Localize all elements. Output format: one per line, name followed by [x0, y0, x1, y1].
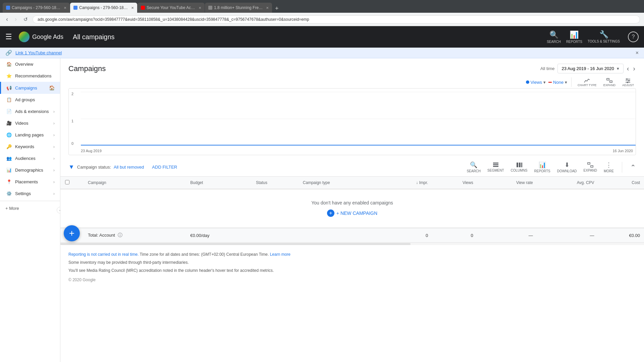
svg-rect-14	[588, 163, 590, 164]
tab-3[interactable]: Secure Your YouTube Accou... ✕	[138, 3, 205, 13]
th-status[interactable]: Status	[252, 177, 299, 189]
refresh-btn[interactable]: ↺	[21, 16, 30, 23]
date-range-dropdown[interactable]: 23 Aug 2019 - 16 Jun 2020 ▾	[557, 64, 624, 73]
sidebar-item-landing-pages[interactable]: 🌐 Landing pages ›	[0, 129, 60, 141]
expand-chart-btn[interactable]: EXPAND	[601, 78, 618, 87]
ads-extensions-icon: 📄	[6, 109, 12, 114]
tab-4[interactable]: 1.8 million+ Stunning Free Im... ✕	[205, 3, 272, 13]
page-title: Campaigns	[68, 64, 106, 73]
tab-2[interactable]: Campaigns - 279-560-1893 -... ✕	[70, 3, 137, 13]
top-bar-title: All campaigns	[73, 33, 541, 41]
inventory-text: Some inventory may be provided through t…	[68, 258, 636, 266]
th-budget[interactable]: Budget	[186, 177, 252, 189]
sidebar-item-campaigns[interactable]: 📢 Campaigns 🏠	[0, 82, 60, 94]
date-next-btn[interactable]: ›	[632, 64, 636, 73]
top-bar: ☰ Google Ads All campaigns 🔍 SEARCH 📊 RE…	[0, 26, 644, 48]
date-range-value: 23 Aug 2019 - 16 Jun 2020	[562, 66, 614, 71]
th-view-rate[interactable]: View rate	[477, 177, 537, 189]
columns-btn[interactable]: COLUMNS	[511, 162, 528, 172]
google-ads-logo: Google Ads	[19, 32, 63, 42]
tab-1-close[interactable]: ✕	[64, 6, 66, 10]
total-avg-cpv: —	[537, 228, 598, 242]
notification-close[interactable]: ×	[636, 50, 639, 56]
new-campaign-btn[interactable]: + + NEW CAMPAIGN	[68, 209, 636, 217]
demographics-icon: 📊	[6, 168, 12, 173]
sidebar-item-videos[interactable]: 🎥 Videos ›	[0, 117, 60, 129]
ads-extensions-arrow: ›	[53, 109, 55, 114]
videos-icon: 🎥	[6, 121, 12, 126]
add-filter-btn[interactable]: ADD FILTER	[152, 165, 177, 170]
columns-icon	[516, 162, 523, 168]
chart-y-1: 1	[71, 119, 73, 123]
realtime-link[interactable]: Reporting is not carried out in real tim…	[68, 252, 139, 257]
segment-btn[interactable]: SEGMENT	[487, 162, 504, 172]
sidebar-item-demographics[interactable]: 📊 Demographics ›	[0, 164, 60, 176]
th-views[interactable]: Views	[432, 177, 477, 189]
none-dropdown[interactable]: None ▾	[548, 80, 567, 85]
download-btn[interactable]: ⬇ DOWNLOAD	[557, 161, 577, 173]
horizontal-scrollbar[interactable]	[60, 242, 644, 245]
ad-groups-icon: 📋	[6, 97, 12, 102]
adjust-btn[interactable]: ADJUST	[620, 78, 636, 87]
th-campaign-type[interactable]: Campaign type	[299, 177, 384, 189]
sidebar-item-audiences[interactable]: 👥 Audiences ›	[0, 153, 60, 164]
sidebar-item-keywords[interactable]: 🔑 Keywords ›	[0, 141, 60, 153]
tools-action[interactable]: 🔧 TOOLS & SETTINGS	[588, 30, 620, 44]
tab-3-close[interactable]: ✕	[199, 6, 201, 10]
svg-rect-1	[610, 81, 612, 82]
select-all-checkbox[interactable]	[65, 180, 69, 184]
expand-table-btn[interactable]: EXPAND	[584, 162, 597, 172]
notification-text[interactable]: Link 1 YouTube channel	[15, 50, 62, 55]
reports-action[interactable]: 📊 REPORTS	[566, 31, 582, 44]
copyright: © 2020 Google	[68, 276, 636, 284]
sidebar-item-ads-extensions[interactable]: 📄 Ads & extensions ›	[0, 106, 60, 117]
hamburger-icon[interactable]: ☰	[5, 33, 12, 41]
search-action[interactable]: 🔍 SEARCH	[547, 31, 561, 44]
th-campaign[interactable]: Campaign	[84, 177, 186, 189]
filter-value[interactable]: All but removed	[114, 165, 144, 170]
help-icon[interactable]: ?	[628, 32, 639, 42]
svg-rect-11	[517, 163, 518, 167]
fab-add-button[interactable]: +	[64, 225, 80, 241]
total-row: ▾ Total: Account ⓘ €0.00/day 0 0 — — €0.…	[60, 228, 644, 242]
sidebar-item-settings[interactable]: ⚙️ Settings ›	[0, 188, 60, 199]
address-bar: ‹ › ↺ ads.google.com/aw/campaigns?ocid=3…	[0, 13, 644, 26]
url-input[interactable]: ads.google.com/aw/campaigns?ocid=3598477…	[33, 15, 640, 23]
date-prev-btn[interactable]: ‹	[626, 64, 630, 73]
tab-2-close[interactable]: ✕	[131, 6, 134, 10]
sidebar-item-ad-groups[interactable]: 📋 Ad groups	[0, 94, 60, 106]
chart-type-btn[interactable]: CHART TYPE	[576, 78, 599, 87]
filter-bar: ▼ Campaign status: All but removed ADD F…	[60, 158, 644, 177]
table-collapse-btn[interactable]: ⌃	[630, 163, 636, 171]
tab-1[interactable]: Campaigns - 279-560-1893 -... ✕	[3, 3, 70, 13]
more-table-btn[interactable]: ⋮ MORE	[604, 161, 614, 173]
main-content: Campaigns All time 23 Aug 2019 - 16 Jun …	[60, 58, 644, 362]
expand-table-icon	[587, 162, 594, 168]
th-avg-cpv[interactable]: Avg. CPV	[537, 177, 598, 189]
views-dropdown[interactable]: Views ▾	[526, 80, 546, 85]
back-btn[interactable]: ‹	[4, 15, 10, 23]
th-cost[interactable]: Cost	[598, 177, 644, 189]
th-impr[interactable]: ↓ Impr.	[383, 177, 432, 189]
chart-x-start: 23 Aug 2019	[81, 149, 102, 153]
overview-icon: 🏠	[6, 62, 12, 67]
browser-chrome: Campaigns - 279-560-1893 -... ✕ Campaign…	[0, 0, 644, 13]
total-help-icon[interactable]: ⓘ	[118, 232, 122, 238]
date-range-container: All time 23 Aug 2019 - 16 Jun 2020 ▾ ‹ ›	[540, 64, 636, 73]
sidebar-item-placements[interactable]: 📍 Placements ›	[0, 176, 60, 188]
learn-more-link[interactable]: Learn more	[270, 252, 290, 257]
sidebar-item-overview[interactable]: 🏠 Overview	[0, 58, 60, 70]
forward-btn[interactable]: ›	[13, 15, 19, 23]
videos-arrow: ›	[53, 121, 55, 126]
chart-grid	[81, 92, 636, 145]
total-budget: €0.00/day	[186, 228, 252, 242]
sidebar-more[interactable]: + More	[0, 202, 60, 214]
svg-rect-9	[493, 164, 498, 165]
placements-arrow: ›	[53, 179, 55, 184]
reports-btn[interactable]: 📊 REPORTS	[534, 161, 550, 173]
tab-add[interactable]: +	[272, 4, 281, 13]
table-search-btn[interactable]: 🔍 SEARCH	[467, 161, 481, 173]
total-view-rate: —	[477, 228, 537, 242]
sidebar-item-recommendations[interactable]: ⭐ Recommendations	[0, 70, 60, 82]
tab-4-close[interactable]: ✕	[266, 6, 269, 10]
